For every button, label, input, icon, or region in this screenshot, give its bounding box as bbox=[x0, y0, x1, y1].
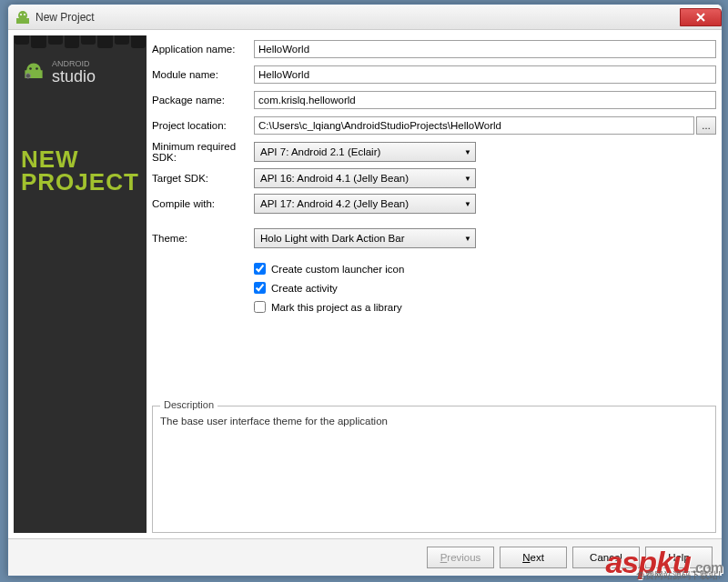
app-icon bbox=[15, 10, 30, 25]
chevron-down-icon: ▼ bbox=[464, 200, 471, 208]
watermark-sub: 免费网站源码下载站! bbox=[636, 569, 721, 582]
dropdown-target-sdk-value: API 16: Android 4.1 (Jelly Bean) bbox=[260, 173, 464, 184]
chevron-down-icon: ▼ bbox=[464, 235, 471, 243]
close-icon bbox=[696, 13, 705, 22]
svg-point-2 bbox=[20, 14, 22, 15]
svg-point-8 bbox=[25, 74, 30, 78]
browse-button[interactable]: … bbox=[696, 116, 716, 135]
dropdown-compile-with-value: API 17: Android 4.2 (Jelly Bean) bbox=[260, 198, 464, 209]
previous-button: Previous bbox=[427, 547, 494, 568]
dropdown-min-sdk[interactable]: API 7: Android 2.1 (Eclair) ▼ bbox=[254, 142, 476, 162]
sidebar-decoration bbox=[14, 35, 147, 48]
row-check-activity: Create activity bbox=[152, 282, 716, 294]
chevron-down-icon: ▼ bbox=[464, 148, 471, 156]
row-app-name: Application name: bbox=[152, 39, 716, 59]
dialog-body: ANDROID studio NEW PROJECT Application n… bbox=[8, 30, 722, 538]
label-target-sdk: Target SDK: bbox=[152, 173, 254, 184]
sidebar-heading: NEW PROJECT bbox=[21, 148, 139, 193]
svg-point-6 bbox=[29, 67, 32, 70]
row-check-library: Mark this project as a library bbox=[152, 301, 716, 313]
input-project-location[interactable] bbox=[254, 116, 694, 135]
dropdown-min-sdk-value: API 7: Android 2.1 (Eclair) bbox=[260, 146, 464, 157]
description-legend: Description bbox=[160, 399, 217, 410]
label-package-name: Package name: bbox=[152, 95, 254, 105]
heading-line-1: NEW bbox=[21, 148, 139, 171]
label-app-name: Application name: bbox=[152, 44, 254, 55]
row-target-sdk: Target SDK: API 16: Android 4.1 (Jelly B… bbox=[152, 168, 716, 188]
android-studio-icon bbox=[21, 59, 46, 85]
label-theme: Theme: bbox=[152, 233, 254, 244]
input-package-name[interactable] bbox=[254, 91, 716, 109]
label-project-location: Project location: bbox=[152, 120, 254, 131]
dropdown-compile-with[interactable]: API 17: Android 4.2 (Jelly Bean) ▼ bbox=[254, 194, 476, 214]
form-rows: Application name: Module name: Package n… bbox=[152, 35, 716, 320]
checkbox-create-activity[interactable] bbox=[254, 282, 266, 294]
window-title: New Project bbox=[35, 11, 680, 24]
checkbox-launcher-icon[interactable] bbox=[254, 263, 266, 275]
row-module-name: Module name: bbox=[152, 65, 716, 85]
form-area: Application name: Module name: Package n… bbox=[152, 35, 716, 533]
svg-point-3 bbox=[24, 14, 25, 15]
label-check-launcher: Create custom launcher icon bbox=[271, 264, 404, 275]
description-box: Description The base user interface them… bbox=[152, 406, 716, 533]
dropdown-theme[interactable]: Holo Light with Dark Action Bar ▼ bbox=[254, 228, 476, 248]
dropdown-target-sdk[interactable]: API 16: Android 4.1 (Jelly Bean) ▼ bbox=[254, 168, 476, 188]
heading-line-2: PROJECT bbox=[21, 171, 139, 194]
row-check-launcher: Create custom launcher icon bbox=[152, 263, 716, 275]
chevron-down-icon: ▼ bbox=[464, 175, 471, 183]
brand: ANDROID studio bbox=[21, 59, 139, 85]
dropdown-theme-value: Holo Light with Dark Action Bar bbox=[260, 233, 464, 244]
label-compile-with: Compile with: bbox=[152, 198, 254, 209]
input-app-name[interactable] bbox=[254, 40, 716, 58]
close-button[interactable] bbox=[680, 8, 722, 26]
brand-big: studio bbox=[52, 68, 96, 85]
label-check-library: Mark this project as a library bbox=[271, 302, 402, 313]
label-module-name: Module name: bbox=[152, 69, 254, 80]
label-min-sdk: Minimum required SDK: bbox=[152, 141, 254, 163]
window-controls bbox=[680, 8, 722, 26]
titlebar[interactable]: New Project bbox=[8, 5, 722, 30]
svg-point-1 bbox=[18, 11, 27, 20]
dialog-window: New Project ANDROID studio NEW PROJECT bbox=[7, 4, 723, 577]
svg-point-7 bbox=[35, 67, 38, 70]
input-module-name[interactable] bbox=[254, 65, 716, 84]
row-theme: Theme: Holo Light with Dark Action Bar ▼ bbox=[152, 228, 716, 248]
checkbox-library[interactable] bbox=[254, 301, 266, 313]
row-compile-with: Compile with: API 17: Android 4.2 (Jelly… bbox=[152, 194, 716, 214]
next-button[interactable]: Next bbox=[500, 547, 567, 568]
sidebar: ANDROID studio NEW PROJECT bbox=[14, 35, 147, 533]
label-check-activity: Create activity bbox=[271, 283, 338, 294]
description-text: The base user interface theme for the ap… bbox=[160, 416, 708, 426]
row-min-sdk: Minimum required SDK: API 7: Android 2.1… bbox=[152, 141, 716, 163]
row-package-name: Package name: bbox=[152, 90, 716, 110]
row-project-location: Project location: … bbox=[152, 115, 716, 135]
